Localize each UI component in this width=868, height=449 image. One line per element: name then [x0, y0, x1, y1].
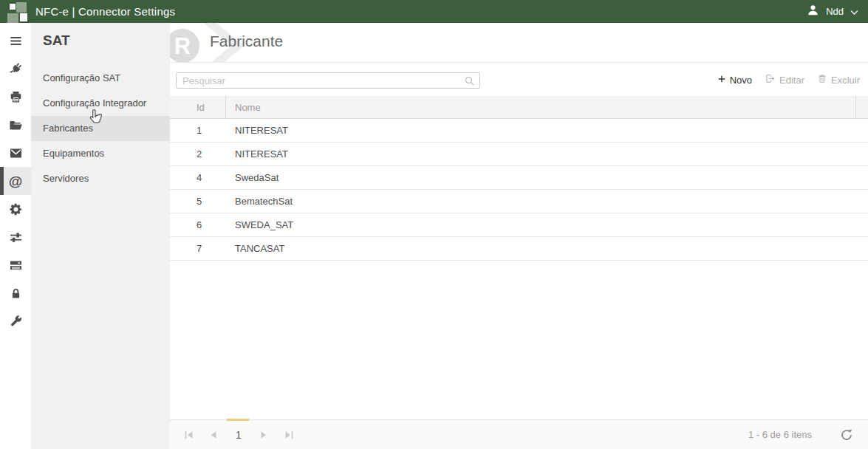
- cell-nome: NITERESAT: [226, 125, 868, 136]
- pager-info: 1 - 6 de 6 itens: [748, 420, 812, 449]
- cell-nome: BematechSat: [226, 196, 868, 207]
- grid-pager: 1 1 - 6 de 6 itens: [170, 419, 868, 449]
- edit-icon: [765, 73, 776, 86]
- rail-item-security[interactable]: [0, 279, 31, 307]
- sat-sidebar: SAT Configuração SAT Configuração Integr…: [31, 23, 170, 449]
- plug-icon: [9, 62, 23, 76]
- search-box: [176, 72, 480, 89]
- cell-nome: SWEDA_SAT: [226, 219, 868, 230]
- at-sign-icon: @: [9, 174, 23, 188]
- delete-button-label: Excluir: [831, 75, 860, 86]
- printer-icon: [9, 90, 23, 104]
- cell-id: 5: [170, 196, 226, 207]
- top-bar: NFC-e | Connector Settings Ndd: [0, 0, 868, 23]
- cell-id: 7: [170, 243, 226, 254]
- rail-item-settings[interactable]: [0, 195, 31, 223]
- new-button[interactable]: Novo: [717, 75, 752, 86]
- plus-icon: [717, 75, 726, 86]
- grid-toolbar: Novo Editar Excluir: [170, 63, 868, 96]
- table-row[interactable]: 1 NITERESAT: [170, 119, 868, 143]
- edit-button-label: Editar: [779, 75, 804, 86]
- page-title: Fabricante: [210, 32, 283, 50]
- lock-icon: [10, 287, 22, 301]
- sliders-icon: [9, 230, 23, 244]
- cell-id: 2: [170, 148, 226, 160]
- watermark-letter: R: [174, 33, 191, 59]
- delete-button[interactable]: Excluir: [817, 73, 860, 86]
- icon-rail: @: [0, 23, 31, 449]
- wrench-icon: [9, 315, 23, 329]
- main-content: R Fabricante Novo Editar: [170, 23, 868, 449]
- app-window: NFC-e | Connector Settings Ndd @: [0, 0, 868, 449]
- menu-icon: [9, 34, 23, 48]
- cell-id: 1: [170, 125, 226, 136]
- rail-item-menu[interactable]: [0, 27, 31, 55]
- table-row[interactable]: 2 NITERESAT: [170, 143, 868, 166]
- table-row[interactable]: 6 SWEDA_SAT: [170, 213, 868, 237]
- previous-page-button[interactable]: [201, 420, 226, 449]
- chevron-down-icon: [850, 5, 858, 18]
- folder-open-icon: [8, 118, 23, 132]
- grid-header-row: Id Nome: [170, 96, 868, 119]
- scrollbar-spacer: [855, 96, 868, 118]
- user-icon: [807, 4, 819, 19]
- logo-square: [7, 13, 18, 23]
- sidebar-item-equipamentos[interactable]: Equipamentos: [31, 141, 170, 166]
- rail-item-connections[interactable]: [0, 55, 31, 83]
- cell-nome: NITERESAT: [226, 148, 868, 160]
- column-header-id[interactable]: Id: [170, 96, 226, 118]
- fabricante-grid: Id Nome 1 NITERESAT 2 NITERESAT 4 SwedaS…: [170, 96, 868, 261]
- rail-item-files[interactable]: [0, 111, 31, 139]
- rail-item-printers[interactable]: [0, 83, 31, 111]
- table-row[interactable]: 4 SwedaSat: [170, 166, 868, 190]
- user-name: Ndd: [826, 6, 844, 17]
- logo-square: [20, 13, 27, 21]
- app-title: NFC-e | Connector Settings: [35, 5, 175, 18]
- sidebar-item-servidores[interactable]: Servidores: [31, 166, 170, 191]
- cell-id: 4: [170, 172, 226, 183]
- cell-nome: SwedaSat: [226, 172, 868, 183]
- current-page-number: 1: [236, 429, 242, 441]
- new-button-label: Novo: [730, 75, 752, 86]
- next-page-button[interactable]: [251, 420, 276, 449]
- table-row[interactable]: 5 BematechSat: [170, 190, 868, 213]
- rail-item-tools[interactable]: [0, 307, 31, 335]
- rail-item-parameters[interactable]: [0, 223, 31, 251]
- column-header-nome[interactable]: Nome: [226, 102, 855, 113]
- rail-item-sat[interactable]: @: [0, 167, 31, 195]
- last-page-button[interactable]: [276, 420, 301, 449]
- server-icon: [9, 258, 23, 273]
- trash-icon: [817, 73, 827, 86]
- gear-icon: [9, 202, 23, 216]
- search-icon[interactable]: [464, 75, 475, 89]
- search-input[interactable]: [182, 73, 463, 88]
- table-row[interactable]: 7 TANCASAT: [170, 237, 868, 261]
- page-number-button[interactable]: 1: [226, 420, 251, 449]
- rail-item-mail[interactable]: [0, 139, 31, 167]
- cell-nome: TANCASAT: [226, 243, 868, 254]
- sidebar-title: SAT: [31, 23, 170, 66]
- sidebar-item-fabricantes[interactable]: Fabricantes: [31, 116, 170, 141]
- logo-square: [10, 4, 16, 10]
- first-page-button[interactable]: [176, 420, 201, 449]
- edit-button[interactable]: Editar: [765, 73, 804, 86]
- rail-item-servers[interactable]: [0, 251, 31, 279]
- sidebar-item-configuracao-sat[interactable]: Configuração SAT: [31, 66, 170, 91]
- logo-square: [16, 2, 27, 13]
- cell-id: 6: [170, 219, 226, 230]
- page-header: R Fabricante: [170, 23, 868, 63]
- mail-icon: [9, 146, 23, 160]
- refresh-icon[interactable]: [841, 429, 852, 444]
- sidebar-item-configuracao-integrador[interactable]: Configuração Integrador: [31, 91, 170, 116]
- user-menu[interactable]: Ndd: [807, 0, 858, 23]
- app-logo: [4, 0, 28, 23]
